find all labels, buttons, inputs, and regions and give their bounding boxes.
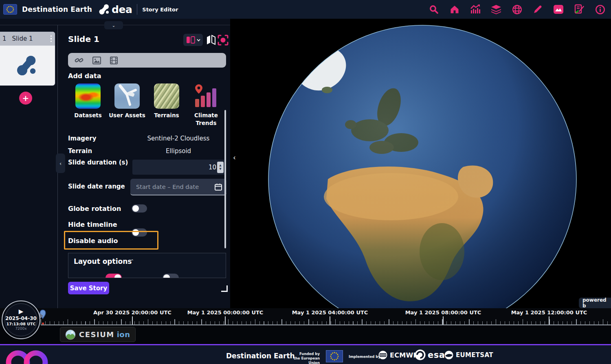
tile-label-terrains[interactable]: Terrains — [147, 112, 186, 119]
slide-card-header[interactable]: 1 Slide 1 — [0, 32, 55, 46]
media-toolbar — [68, 53, 226, 68]
terrain-value[interactable]: Ellipsoid — [132, 147, 225, 155]
film-icon[interactable] — [110, 57, 118, 64]
tile-label-climate-trends[interactable]: Climate Trends — [187, 112, 226, 127]
add-datasets-tile[interactable] — [75, 83, 101, 109]
tile-label-user-assets[interactable]: User Assets — [108, 112, 147, 119]
viewer-collapse-button[interactable]: ‹ — [233, 153, 236, 162]
timeline-tick-label: May 1 2025 08:00:00 UTC — [405, 309, 481, 316]
split-layout-icon — [186, 36, 195, 44]
terrain-label: Terrain — [68, 147, 92, 155]
footer-bar: Destination Earth Funded by the European… — [0, 344, 611, 364]
date-range-placeholder: Start date – End date — [136, 184, 199, 190]
globe-icon[interactable] — [512, 4, 522, 15]
eu-stars-icon — [4, 4, 17, 14]
media-image-icon[interactable] — [553, 4, 564, 15]
focus-target-icon — [218, 35, 229, 46]
eumetsat-logo: EUMETSAT — [444, 350, 493, 360]
layout-option-toggle[interactable] — [105, 274, 122, 278]
timeline-tick-label: Apr 30 2025 20:00:00 UTC — [93, 309, 171, 316]
chevron-down-icon — [197, 39, 200, 42]
disable-audio-label: Disable audio — [68, 237, 118, 245]
timeline-bar[interactable]: Apr 30 2025 20:00:00 UTC May 1 2025 00:0… — [0, 308, 611, 326]
dea-glyph-icon — [99, 3, 111, 15]
topbar-divider — [137, 4, 137, 15]
layers-icon[interactable] — [491, 4, 501, 15]
stepper-down-icon: ▼ — [219, 168, 221, 171]
climate-trends-icon — [193, 83, 219, 109]
slide-duration-label: Slide duration (s) — [68, 158, 129, 167]
search-icon[interactable] — [429, 4, 439, 15]
funded-by-text: Funded by the European Union — [287, 352, 320, 364]
flip-view-button[interactable] — [206, 34, 216, 46]
number-stepper[interactable]: ▲▼ — [217, 162, 224, 173]
play-button[interactable]: ▶ 2025-04-30 17:13:08 UTC 7200x — [4, 303, 37, 336]
globe-viewport[interactable] — [230, 19, 611, 308]
focus-capture-button[interactable] — [217, 34, 229, 46]
play-icon[interactable]: ▶ — [19, 309, 24, 315]
chevron-up-icon[interactable]: ⌃ — [130, 259, 134, 264]
panel-collapse-button[interactable]: ⌄ — [104, 21, 123, 29]
layout-option-toggle[interactable] — [163, 274, 179, 278]
slide-name: Slide 1 — [12, 35, 33, 42]
story-check-icon[interactable] — [574, 4, 585, 15]
slide-date-range-label: Slide date range — [68, 183, 125, 190]
slide-duration-value[interactable]: 10 — [209, 164, 216, 171]
add-terrains-tile[interactable] — [154, 83, 179, 109]
home-icon[interactable] — [449, 4, 460, 15]
timeline-ruler[interactable] — [41, 316, 611, 325]
app-label: Story Editor — [142, 7, 178, 13]
wind-turbine-icon — [114, 83, 140, 109]
ecmwf-icon — [378, 350, 388, 360]
dea-wordmark: dea — [112, 4, 132, 15]
esa-logo: esa — [415, 349, 445, 360]
ecmwf-logo: ECMWF — [378, 350, 418, 360]
panel-scrollbar[interactable] — [224, 110, 226, 248]
panel-resize-handle[interactable] — [221, 285, 228, 292]
slide-menu-kebab-icon[interactable] — [51, 35, 52, 42]
chevron-down-icon: ⌄ — [112, 23, 115, 28]
animation-clock: ▶ 2025-04-30 17:13:08 UTC 7200x — [2, 300, 40, 339]
timeline-tick-label: May 1 2025 12:00:00 UTC — [511, 309, 587, 316]
add-climate-trends-tile[interactable] — [193, 83, 219, 109]
layout-options-heading[interactable]: Layout options — [74, 257, 132, 265]
slide-duration-input[interactable]: 10 ▲▼ — [132, 160, 225, 175]
chevron-left-icon: ‹ — [233, 153, 236, 162]
hide-timeline-toggle[interactable] — [132, 228, 147, 237]
edit-pencil-icon[interactable] — [532, 4, 543, 15]
slide-date-range-input[interactable]: Start date – End date — [130, 179, 226, 195]
earth-globe[interactable] — [267, 24, 578, 308]
powered-by-badge[interactable]: powered b — [579, 298, 611, 308]
timeline-tick-label: May 1 2025 00:00:00 UTC — [187, 309, 264, 316]
imagery-label: Imagery — [68, 135, 96, 142]
add-user-assets-tile[interactable] — [114, 83, 140, 109]
top-bar: Destination Earth dea Story Editor — [0, 0, 611, 19]
info-icon[interactable] — [595, 4, 605, 15]
analytics-icon[interactable] — [470, 4, 481, 15]
stepper-up-icon: ▲ — [219, 164, 221, 167]
image-icon[interactable] — [92, 57, 101, 64]
tile-label-datasets[interactable]: Datasets — [68, 112, 108, 119]
imagery-value[interactable]: Sentinel-2 Cloudless — [132, 135, 225, 142]
add-slide-button[interactable]: + — [19, 92, 32, 105]
globe-rotation-toggle[interactable] — [132, 204, 147, 213]
cesium-ion-badge[interactable]: CESIUM ion — [60, 327, 136, 342]
slide-thumbnail[interactable] — [0, 46, 55, 86]
current-time-marker — [42, 322, 44, 325]
layout-select-button[interactable] — [183, 34, 203, 46]
footer-brand: Destination Earth — [226, 352, 295, 360]
link-icon[interactable] — [75, 56, 84, 64]
add-data-heading: Add data — [68, 72, 101, 80]
app-brand: Destination Earth — [22, 5, 92, 13]
slide-card[interactable]: 1 Slide 1 — [0, 32, 55, 86]
topbar-actions — [429, 4, 611, 15]
eumetsat-icon — [444, 350, 454, 360]
cesium-wordmark: CESIUM — [79, 330, 114, 339]
implemented-by-text: Implemented by — [349, 355, 380, 359]
hide-timeline-label: Hide timeline — [68, 221, 117, 228]
save-story-button[interactable]: Save Story — [68, 282, 109, 294]
ion-wordmark: ion — [117, 330, 130, 339]
clock-time: 17:13:08 UTC — [7, 322, 36, 327]
sidebar-collapse-button[interactable]: ‹ — [56, 153, 65, 173]
calendar-icon[interactable] — [215, 183, 222, 191]
